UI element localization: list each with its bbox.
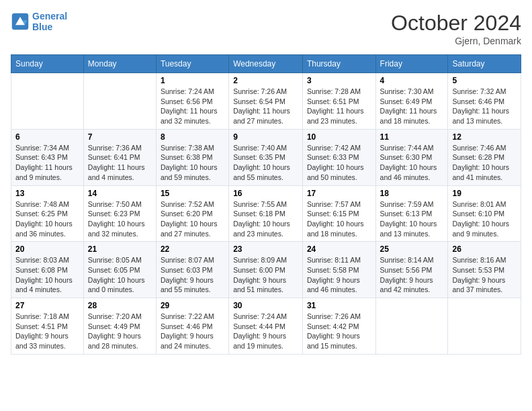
day-number: 31 <box>307 301 371 310</box>
calendar-cell: 7Sunrise: 7:36 AMSunset: 6:41 PMDaylight… <box>83 129 156 185</box>
day-number: 21 <box>88 244 152 254</box>
calendar-cell: 21Sunrise: 8:05 AMSunset: 6:05 PMDayligh… <box>83 242 156 298</box>
calendar-cell <box>11 73 84 130</box>
calendar-cell: 22Sunrise: 8:07 AMSunset: 6:03 PMDayligh… <box>156 242 228 298</box>
calendar-cell: 28Sunrise: 7:20 AMSunset: 4:49 PMDayligh… <box>83 298 156 355</box>
day-number: 3 <box>307 76 371 85</box>
day-number: 26 <box>452 244 517 254</box>
calendar-week-row: 6Sunrise: 7:34 AMSunset: 6:43 PMDaylight… <box>11 129 521 185</box>
weekday-header: Friday <box>375 55 448 73</box>
day-number: 10 <box>307 132 371 142</box>
calendar-cell: 14Sunrise: 7:50 AMSunset: 6:23 PMDayligh… <box>83 185 156 242</box>
calendar-cell: 26Sunrise: 8:16 AMSunset: 5:53 PMDayligh… <box>448 242 521 298</box>
calendar-cell: 30Sunrise: 7:24 AMSunset: 4:44 PMDayligh… <box>229 298 303 355</box>
day-detail: Sunrise: 8:03 AMSunset: 6:08 PMDaylight:… <box>15 255 79 295</box>
logo: General Blue <box>11 11 67 32</box>
calendar-cell <box>83 73 156 130</box>
calendar-cell: 12Sunrise: 7:46 AMSunset: 6:28 PMDayligh… <box>448 129 521 185</box>
day-detail: Sunrise: 7:52 AMSunset: 6:20 PMDaylight:… <box>161 199 224 239</box>
calendar-cell: 8Sunrise: 7:38 AMSunset: 6:38 PMDaylight… <box>156 129 228 185</box>
weekday-header: Monday <box>83 55 156 73</box>
weekday-header: Saturday <box>448 55 521 73</box>
calendar-cell <box>448 298 521 355</box>
day-detail: Sunrise: 7:20 AMSunset: 4:49 PMDaylight:… <box>88 312 152 351</box>
logo-icon <box>11 12 30 31</box>
weekday-header: Thursday <box>302 55 375 73</box>
day-number: 16 <box>233 189 298 198</box>
calendar-cell: 15Sunrise: 7:52 AMSunset: 6:20 PMDayligh… <box>156 185 228 242</box>
calendar-cell: 13Sunrise: 7:48 AMSunset: 6:25 PMDayligh… <box>11 185 84 242</box>
calendar-cell: 29Sunrise: 7:22 AMSunset: 4:46 PMDayligh… <box>156 298 228 355</box>
day-detail: Sunrise: 8:11 AMSunset: 5:58 PMDaylight:… <box>307 255 371 295</box>
day-number: 29 <box>161 301 224 310</box>
calendar-table: SundayMondayTuesdayWednesdayThursdayFrid… <box>11 54 521 355</box>
calendar-week-row: 1Sunrise: 7:24 AMSunset: 6:56 PMDaylight… <box>11 73 521 130</box>
day-number: 28 <box>88 301 152 310</box>
day-number: 14 <box>88 189 152 198</box>
day-detail: Sunrise: 7:55 AMSunset: 6:18 PMDaylight:… <box>233 199 298 239</box>
day-number: 25 <box>380 244 444 254</box>
weekday-header: Sunday <box>11 55 84 73</box>
day-number: 18 <box>380 189 444 198</box>
day-detail: Sunrise: 7:34 AMSunset: 6:43 PMDaylight:… <box>15 143 79 183</box>
day-number: 13 <box>15 189 79 198</box>
calendar-cell: 27Sunrise: 7:18 AMSunset: 4:51 PMDayligh… <box>11 298 84 355</box>
calendar-cell: 25Sunrise: 8:14 AMSunset: 5:56 PMDayligh… <box>375 242 448 298</box>
day-number: 4 <box>380 76 444 85</box>
month-title: October 2024 <box>391 11 521 36</box>
day-number: 5 <box>452 76 517 85</box>
day-number: 24 <box>307 244 371 254</box>
day-number: 7 <box>88 132 152 142</box>
day-detail: Sunrise: 7:24 AMSunset: 6:56 PMDaylight:… <box>161 87 224 126</box>
calendar-cell: 3Sunrise: 7:28 AMSunset: 6:51 PMDaylight… <box>302 73 375 130</box>
page-header: General Blue October 2024 Gjern, Denmark <box>11 11 521 46</box>
day-detail: Sunrise: 7:30 AMSunset: 6:49 PMDaylight:… <box>380 87 444 126</box>
day-detail: Sunrise: 7:28 AMSunset: 6:51 PMDaylight:… <box>307 87 371 126</box>
day-number: 19 <box>452 189 517 198</box>
day-detail: Sunrise: 7:46 AMSunset: 6:28 PMDaylight:… <box>452 143 517 183</box>
day-number: 6 <box>15 132 79 142</box>
day-number: 11 <box>380 132 444 142</box>
calendar-cell: 20Sunrise: 8:03 AMSunset: 6:08 PMDayligh… <box>11 242 84 298</box>
day-detail: Sunrise: 7:22 AMSunset: 4:46 PMDaylight:… <box>161 312 224 351</box>
day-detail: Sunrise: 7:59 AMSunset: 6:13 PMDaylight:… <box>380 199 444 239</box>
weekday-header: Wednesday <box>229 55 303 73</box>
logo-text: General Blue <box>32 11 67 32</box>
calendar-cell: 23Sunrise: 8:09 AMSunset: 6:00 PMDayligh… <box>229 242 303 298</box>
day-number: 9 <box>233 132 298 142</box>
day-number: 2 <box>233 76 298 85</box>
calendar-header-row: SundayMondayTuesdayWednesdayThursdayFrid… <box>11 55 521 73</box>
day-detail: Sunrise: 8:01 AMSunset: 6:10 PMDaylight:… <box>452 199 517 239</box>
day-detail: Sunrise: 8:07 AMSunset: 6:03 PMDaylight:… <box>161 255 224 295</box>
calendar-week-row: 27Sunrise: 7:18 AMSunset: 4:51 PMDayligh… <box>11 298 521 355</box>
day-number: 8 <box>161 132 224 142</box>
calendar-cell: 31Sunrise: 7:26 AMSunset: 4:42 PMDayligh… <box>302 298 375 355</box>
weekday-header: Tuesday <box>156 55 228 73</box>
day-number: 27 <box>15 301 79 310</box>
title-area: October 2024 Gjern, Denmark <box>391 11 521 46</box>
day-number: 12 <box>452 132 517 142</box>
day-number: 1 <box>161 76 224 85</box>
day-detail: Sunrise: 7:38 AMSunset: 6:38 PMDaylight:… <box>161 143 224 183</box>
calendar-week-row: 13Sunrise: 7:48 AMSunset: 6:25 PMDayligh… <box>11 185 521 242</box>
day-number: 17 <box>307 189 371 198</box>
calendar-cell: 18Sunrise: 7:59 AMSunset: 6:13 PMDayligh… <box>375 185 448 242</box>
day-detail: Sunrise: 7:36 AMSunset: 6:41 PMDaylight:… <box>88 143 152 183</box>
day-detail: Sunrise: 7:50 AMSunset: 6:23 PMDaylight:… <box>88 199 152 239</box>
day-number: 23 <box>233 244 298 254</box>
day-detail: Sunrise: 8:16 AMSunset: 5:53 PMDaylight:… <box>452 255 517 295</box>
day-number: 22 <box>161 244 224 254</box>
day-detail: Sunrise: 7:44 AMSunset: 6:30 PMDaylight:… <box>380 143 444 183</box>
day-detail: Sunrise: 7:26 AMSunset: 6:54 PMDaylight:… <box>233 87 298 126</box>
day-detail: Sunrise: 8:05 AMSunset: 6:05 PMDaylight:… <box>88 255 152 295</box>
day-number: 20 <box>15 244 79 254</box>
day-detail: Sunrise: 7:26 AMSunset: 4:42 PMDaylight:… <box>307 312 371 351</box>
calendar-cell: 16Sunrise: 7:55 AMSunset: 6:18 PMDayligh… <box>229 185 303 242</box>
day-detail: Sunrise: 7:32 AMSunset: 6:46 PMDaylight:… <box>452 87 517 126</box>
day-detail: Sunrise: 7:42 AMSunset: 6:33 PMDaylight:… <box>307 143 371 183</box>
day-detail: Sunrise: 7:57 AMSunset: 6:15 PMDaylight:… <box>307 199 371 239</box>
calendar-cell: 9Sunrise: 7:40 AMSunset: 6:35 PMDaylight… <box>229 129 303 185</box>
calendar-cell: 4Sunrise: 7:30 AMSunset: 6:49 PMDaylight… <box>375 73 448 130</box>
calendar-cell <box>375 298 448 355</box>
calendar-cell: 11Sunrise: 7:44 AMSunset: 6:30 PMDayligh… <box>375 129 448 185</box>
